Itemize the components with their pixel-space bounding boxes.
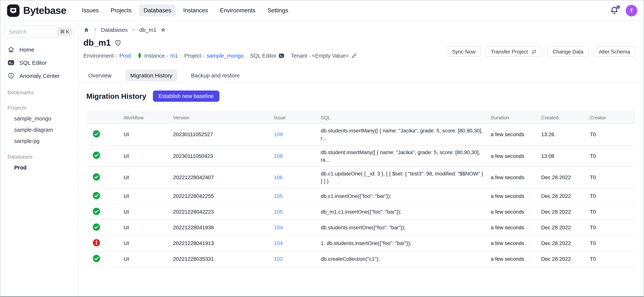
sql-cell: db.createCollection("c1"); — [317, 251, 487, 267]
establish-new-baseline-button[interactable]: Establish new baseline — [153, 91, 220, 102]
meta-link-sample-mongo[interactable]: sample_mongo — [206, 53, 244, 59]
meta-label: Instance - — [144, 53, 168, 59]
change-data-label: Change Data — [552, 49, 584, 55]
check-circle-icon — [92, 151, 100, 160]
version-cell: 20230111050423 — [169, 145, 270, 167]
sidebar-section-databases: DatabasesProd — [4, 151, 74, 173]
column-header-created: Created — [538, 112, 586, 124]
table-row[interactable]: UI20221228042255105db.c1.insertOne({"foo… — [86, 188, 636, 204]
version-cell: 20221228041913 — [169, 235, 270, 251]
table-row[interactable]: UI202212280419131041. db.students.insert… — [86, 235, 636, 251]
meta-sql-editor: SQL Editor — [250, 53, 284, 59]
issue-link[interactable]: 104 — [274, 240, 283, 246]
version-cell: 20221228042223 — [169, 204, 270, 220]
bookmark-star-icon[interactable] — [160, 27, 166, 33]
issue-link[interactable]: 105 — [274, 193, 283, 199]
sidebar-item-sample-diagram[interactable]: sample-diagram — [4, 124, 74, 135]
created-cell: Dec 28 2022 — [538, 188, 586, 204]
status-cell — [86, 220, 120, 235]
nav-item-settings[interactable]: Settings — [263, 5, 293, 17]
error-circle-icon — [92, 239, 100, 247]
meta-link-prod[interactable]: Prod — [120, 53, 131, 59]
transfer-project-button[interactable]: Transfer Project — [486, 46, 542, 57]
created-cell: Dec 28 2022 — [538, 220, 586, 235]
duration-cell: a few seconds — [487, 124, 538, 145]
notifications-button[interactable] — [610, 6, 618, 15]
nav-item-environments[interactable]: Environments — [216, 5, 260, 17]
workflow-cell: UI — [120, 251, 169, 267]
table-row[interactable]: UI20230111052527109db.students.insertMan… — [86, 124, 636, 145]
table-row[interactable]: UI20221228035331102db.createCollection("… — [86, 251, 636, 267]
issue-link[interactable]: 109 — [274, 131, 283, 137]
nav-item-issues[interactable]: Issues — [78, 5, 103, 17]
change-data-button[interactable]: Change Data — [548, 46, 589, 57]
table-body: UI20230111052527109db.students.insertMan… — [86, 124, 636, 267]
database-tabs: OverviewMigration HistoryBackup and rest… — [83, 70, 644, 81]
sidebar-nav: HomeSQL EditorAnomaly Center — [4, 43, 74, 82]
creator-cell: T0 — [586, 220, 636, 235]
sidebar: ⌘ K HomeSQL EditorAnomaly Center Bookmar… — [0, 21, 78, 297]
search-input[interactable] — [8, 28, 57, 35]
creator-cell: T0 — [586, 167, 636, 188]
issue-link[interactable]: 106 — [274, 174, 283, 180]
search-box[interactable]: ⌘ K — [4, 26, 74, 38]
meta-label: Environment - — [83, 53, 117, 59]
table-row[interactable]: UI20221228041938104db.students.insertOne… — [86, 220, 636, 235]
top-navigation-bar: Bytebase IssuesProjectsDatabasesInstance… — [0, 0, 644, 21]
nav-item-instances[interactable]: Instances — [179, 5, 212, 17]
created-cell: 13:26 — [538, 124, 586, 145]
tab-migration-history[interactable]: Migration History — [126, 70, 177, 81]
sync-now-button[interactable]: Sync Now — [447, 46, 481, 57]
issue-cell: 102 — [270, 251, 317, 267]
sidebar-item-label: Home — [20, 46, 34, 53]
duration-cell: a few seconds — [487, 204, 538, 220]
sidebar-section-label: Projects — [4, 103, 74, 113]
sql-cell: db.students.insertMany([ { name: "Jacika… — [317, 124, 487, 145]
issue-link[interactable]: 108 — [274, 153, 283, 159]
created-cell: Dec 28 2022 — [538, 251, 586, 267]
check-circle-icon — [92, 254, 100, 262]
sidebar-item-label: SQL Editor — [20, 60, 47, 66]
home-icon[interactable] — [83, 27, 89, 33]
nav-item-projects[interactable]: Projects — [106, 5, 136, 17]
table-row[interactable]: UI20230111050423108db.student.insertMany… — [86, 145, 636, 167]
nav-item-databases[interactable]: Databases — [139, 5, 176, 17]
sidebar-item-sample-mongo[interactable]: sample_mongo — [4, 113, 74, 124]
table-row[interactable]: UI20221228042223105db_m1.c1.insertOne({"… — [86, 204, 636, 220]
table-header-row: WorkflowVersionIssueSQLDurationCreatedCr… — [86, 112, 636, 124]
meta-link-m1[interactable]: m1 — [170, 53, 178, 59]
created-cell: Dec 28 2022 — [538, 204, 586, 220]
tab-overview[interactable]: Overview — [83, 70, 116, 81]
version-cell: 20221228042255 — [169, 188, 270, 204]
sidebar-item-sample-pg[interactable]: sample-pg — [4, 135, 74, 147]
status-cell — [86, 251, 120, 267]
bytebase-logo[interactable]: Bytebase — [7, 4, 66, 17]
issue-link[interactable]: 105 — [274, 209, 283, 215]
migration-history-table: WorkflowVersionIssueSQLDurationCreatedCr… — [86, 111, 636, 267]
sidebar-item-prod[interactable]: Prod — [4, 162, 74, 173]
section-title: Migration History — [86, 92, 146, 100]
workflow-cell: UI — [120, 235, 169, 251]
alter-schema-button[interactable]: Alter Schema — [594, 46, 636, 57]
avatar[interactable]: T — [626, 5, 637, 16]
column-header-creator: Creator — [586, 112, 636, 124]
terminal-icon[interactable] — [279, 53, 284, 59]
status-cell — [86, 235, 120, 251]
table-row[interactable]: UI20221228042407106db.c1.updateOne( { _i… — [86, 167, 636, 188]
issue-link[interactable]: 104 — [274, 225, 283, 231]
shield-icon — [114, 39, 122, 46]
breadcrumb-databases[interactable]: Databases — [101, 27, 128, 33]
check-circle-icon — [92, 191, 100, 200]
sidebar-item-anomaly-center[interactable]: Anomaly Center — [4, 69, 74, 82]
status-cell — [86, 204, 120, 220]
pencil-icon[interactable] — [351, 53, 357, 59]
created-cell: Dec 28 2022 — [538, 235, 586, 251]
duration-cell: a few seconds — [487, 167, 538, 188]
page-actions: Sync NowTransfer ProjectChange DataAlter… — [447, 46, 636, 57]
sidebar-section-label: Bookmarks — [4, 87, 74, 98]
tab-backup-and-restore[interactable]: Backup and restore — [186, 70, 244, 81]
issue-link[interactable]: 102 — [274, 256, 283, 262]
sidebar-item-home[interactable]: Home — [4, 43, 74, 56]
sidebar-item-sql-editor[interactable]: SQL Editor — [4, 56, 74, 69]
bytebase-logo-icon — [7, 4, 20, 17]
